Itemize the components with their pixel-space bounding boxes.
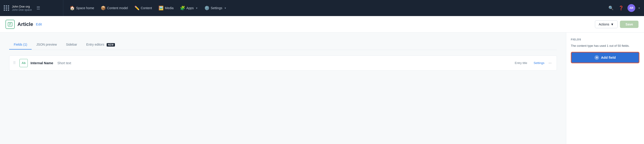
nav-item-content-model[interactable]: 📦 Content model [98,4,131,12]
content-type-title: Article [18,21,33,27]
nav-label-apps: Apps [186,6,194,10]
add-field-button[interactable]: + Add field [571,52,640,63]
save-button[interactable]: Save [620,21,638,28]
hamburger-menu-icon[interactable]: ☰ [36,6,40,10]
tab-json-preview[interactable]: JSON preview [32,40,61,50]
org-info: John Doe org John Doe space [12,5,32,12]
nav-label-space-home: Space home [76,6,94,10]
field-name: Internal Name [30,61,53,65]
top-navigation: John Doe org John Doe space ☰ 🏠 Space ho… [0,0,644,16]
org-space-section: John Doe org John Doe space ☰ [4,0,63,16]
add-field-plus-icon: + [594,55,599,60]
field-row: ⠿ Ab Internal Name Short text Entry titl… [9,56,557,70]
media-icon: 🖼️ [158,6,164,10]
edit-link[interactable]: Edit [36,22,42,26]
tab-entry-editors[interactable]: Entry editors NEW [82,40,120,50]
nav-item-space-home[interactable]: 🏠 Space home [67,4,97,12]
content-header: Article Edit Actions ▼ Save [0,16,644,32]
tab-fields[interactable]: Fields (1) [9,40,32,50]
field-more-button[interactable]: ··· [547,60,553,66]
search-button[interactable]: 🔍 [607,4,615,12]
nav-label-content: Content [141,6,152,10]
sidebar-fields-label: FIELDS [571,38,640,41]
nav-item-content[interactable]: ✏️ Content [132,4,155,12]
main-layout: Fields (1) JSON preview Sidebar Entry ed… [0,32,644,144]
main-content: Fields (1) JSON preview Sidebar Entry ed… [0,32,566,144]
apps-icon: 🧩 [180,6,185,10]
content-header-left: Article Edit [6,20,595,29]
nav-links: 🏠 Space home 📦 Content model ✏️ Content … [63,4,607,12]
sidebar-panel: FIELDS The content type has used 1 out o… [566,32,644,144]
tab-entry-editors-label: Entry editors [86,43,104,46]
actions-button[interactable]: Actions ▼ [595,20,618,28]
header-actions: Actions ▼ Save [595,20,638,28]
nav-label-settings: Settings [211,6,222,10]
actions-label: Actions [599,22,609,26]
help-button[interactable]: ❓ [618,4,625,12]
tab-fields-label: Fields (1) [14,43,27,46]
sidebar-fields-description: The content type has used 1 out of 50 fi… [571,44,640,48]
field-entry-title: Entry title [515,61,527,65]
nav-label-media: Media [165,6,174,10]
field-type-label: Short text [57,61,71,65]
tab-json-preview-label: JSON preview [36,43,57,46]
actions-caret-icon: ▼ [610,22,614,26]
app-switcher-button[interactable] [4,5,9,11]
tab-sidebar-label: Sidebar [66,43,77,46]
field-type-badge: Ab [20,59,28,67]
space-name: John Doe space [12,8,32,12]
settings-icon: ⚙️ [204,6,210,10]
avatar[interactable]: AR [628,4,635,12]
tab-sidebar[interactable]: Sidebar [62,40,82,50]
nav-item-apps[interactable]: 🧩 Apps ▼ [177,4,201,12]
drag-handle-icon[interactable]: ⠿ [13,61,16,65]
content-icon: ✏️ [134,6,140,10]
content-type-icon [6,20,15,29]
apps-caret-icon: ▼ [196,7,198,10]
nav-item-settings[interactable]: ⚙️ Settings ▼ [202,4,229,12]
nav-right-section: 🔍 ❓ AR ▼ [607,4,640,12]
nav-item-media[interactable]: 🖼️ Media [156,4,176,12]
home-icon: 🏠 [70,6,75,10]
entry-editors-badge: NEW [107,43,115,46]
avatar-caret-icon[interactable]: ▼ [638,7,640,10]
field-settings-link[interactable]: Settings [534,61,544,65]
org-name: John Doe org [12,5,32,8]
tabs-bar: Fields (1) JSON preview Sidebar Entry ed… [9,40,557,50]
content-model-icon: 📦 [101,6,106,10]
nav-label-content-model: Content model [107,6,128,10]
add-field-label: Add field [601,56,616,60]
settings-caret-icon: ▼ [224,7,226,10]
